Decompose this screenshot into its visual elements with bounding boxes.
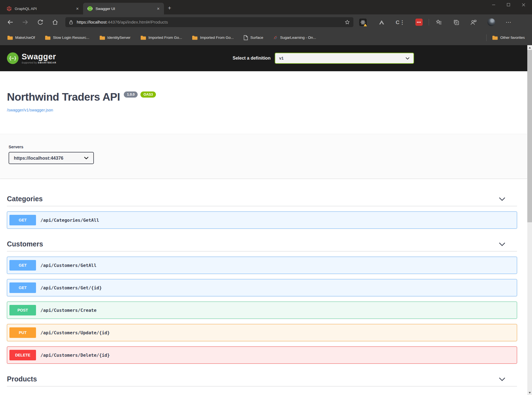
- brand-subtitle: Supported by SMARTBEAR: [22, 61, 56, 64]
- method-badge: GET: [9, 260, 36, 271]
- back-button[interactable]: [6, 18, 14, 26]
- folder-icon: [99, 35, 105, 40]
- bookmark-star-icon[interactable]: [345, 19, 350, 25]
- mountain-extension-icon[interactable]: [378, 18, 385, 26]
- favorites-icon[interactable]: [436, 19, 442, 26]
- swagger-logo[interactable]: {⋯} Swagger Supported by SMARTBEAR: [7, 52, 56, 64]
- tab-swagger-ui[interactable]: {··} Swagger UI ✕: [83, 3, 164, 14]
- endpoint-path: /api/Customers/Delete/{id}: [40, 353, 110, 358]
- new-tab-button[interactable]: +: [168, 5, 171, 11]
- endpoint-row[interactable]: POST /api/Customers/Create: [7, 302, 517, 319]
- method-badge: POST: [9, 305, 36, 315]
- refresh-button[interactable]: [36, 18, 44, 26]
- spec-link[interactable]: /swagger/v1/swagger.json: [7, 108, 53, 112]
- folder-icon: [492, 35, 498, 40]
- page-content: {⋯} Swagger Supported by SMARTBEAR Selec…: [0, 45, 527, 395]
- folder-icon: [192, 35, 197, 40]
- bookmark-item[interactable]: Imported From Go...: [192, 35, 234, 40]
- scrollbar[interactable]: [527, 45, 532, 395]
- address-bar[interactable]: https://localhost:44376/api/index.html#/…: [65, 17, 353, 27]
- section-header: Customers: [7, 237, 517, 251]
- chevron-down-icon[interactable]: [499, 377, 505, 381]
- method-badge: DELETE: [9, 350, 36, 360]
- minimize-button[interactable]: [490, 2, 497, 8]
- more-options-icon[interactable]: ⋯: [506, 19, 512, 26]
- close-icon[interactable]: ✕: [155, 6, 162, 12]
- other-favorites[interactable]: Other favorites: [492, 35, 525, 40]
- red-dots-extension-icon[interactable]: •••: [415, 19, 423, 26]
- person-feedback-icon[interactable]: [470, 19, 477, 26]
- swagger-icon: {··}: [88, 6, 92, 11]
- folder-icon: [7, 35, 13, 40]
- oas3-badge: OAS3: [140, 91, 156, 98]
- endpoint-path: /api/Customers/Get/{id}: [40, 285, 102, 290]
- section-title[interactable]: Categories: [7, 195, 43, 203]
- browser-toolbar: https://localhost:44376/api/index.html#/…: [0, 14, 532, 30]
- forward-button[interactable]: [21, 18, 29, 26]
- endpoint-row[interactable]: DELETE /api/Customers/Delete/{id}: [7, 346, 517, 364]
- bookmark-item[interactable]: Imported From Go...: [140, 35, 182, 40]
- maximize-button[interactable]: [505, 2, 512, 8]
- swagger-topbar: {⋯} Swagger Supported by SMARTBEAR Selec…: [0, 45, 527, 71]
- scrollbar-thumb[interactable]: [527, 50, 532, 222]
- endpoint-list: GET /api/Categories/GetAll: [7, 211, 517, 229]
- toolbar-separator: [429, 19, 429, 26]
- close-icon[interactable]: ✕: [74, 6, 81, 12]
- endpoint-row[interactable]: PUT /api/Customers/Update/{id}: [7, 324, 517, 341]
- page-title: Northwind Traders API: [7, 91, 120, 103]
- c-extension-icon[interactable]: C⋮: [397, 18, 404, 26]
- chevron-down-icon[interactable]: [499, 197, 505, 201]
- endpoint-row[interactable]: GET /api/Categories/GetAll: [7, 211, 517, 229]
- chevron-down-icon: [84, 157, 89, 159]
- scheme-container: Servers https://localhost:44376: [0, 134, 527, 179]
- endpoint-path: /api/Customers/Create: [40, 308, 96, 313]
- endpoint-row[interactable]: GET /api/Customers/GetAll: [7, 257, 517, 274]
- endpoint-list: GET /api/Customers/GetAll GET /api/Custo…: [7, 257, 517, 364]
- chevron-down-icon: [405, 57, 410, 60]
- graphql-icon: [7, 6, 12, 11]
- servers-select[interactable]: https://localhost:44376: [9, 152, 94, 164]
- section-title[interactable]: Products: [7, 375, 37, 383]
- tab-title: GraphQL API: [15, 7, 74, 11]
- url-text: https://localhost:44376/api/index.html#/…: [77, 20, 168, 25]
- servers-label: Servers: [9, 145, 517, 149]
- chevron-down-icon[interactable]: [499, 242, 505, 246]
- bookmark-item[interactable]: Surface: [244, 35, 263, 40]
- collections-icon[interactable]: [453, 19, 459, 26]
- scrollbar-down-button[interactable]: [527, 390, 532, 395]
- api-sections: Categories GET /api/Categories/GetAll Cu…: [0, 179, 527, 386]
- scrollbar-up-button[interactable]: [527, 45, 532, 50]
- home-button[interactable]: [51, 18, 59, 26]
- method-badge: GET: [9, 215, 36, 225]
- bookmark-item[interactable]: Slow Login Resourc...: [45, 35, 89, 40]
- brand-title: Swagger: [22, 52, 56, 61]
- section-header: Products: [7, 372, 517, 386]
- endpoint-row[interactable]: GET /api/Customers/Get/{id}: [7, 279, 517, 296]
- avatar[interactable]: [487, 18, 495, 26]
- version-badge: 1.0.0: [124, 91, 138, 98]
- close-window-button[interactable]: [520, 2, 526, 8]
- folder-icon: [140, 35, 146, 40]
- api-info: Northwind Traders API 1.0.0 OAS3 /swagge…: [0, 71, 527, 113]
- tab-title: Swagger UI: [96, 7, 155, 11]
- definition-select[interactable]: v1: [275, 53, 414, 64]
- api-section: Customers GET /api/Customers/GetAll GET …: [7, 237, 517, 364]
- atom-extension-icon[interactable]: [359, 18, 367, 26]
- page-icon: [244, 35, 248, 40]
- section-header: Categories: [7, 192, 517, 206]
- bookmark-item[interactable]: SugarLearning - On...: [273, 35, 316, 40]
- api-section: Categories GET /api/Categories/GetAll: [7, 192, 517, 229]
- section-title[interactable]: Customers: [7, 240, 43, 248]
- browser-tab-strip: GraphQL API ✕ {··} Swagger UI ✕ +: [0, 0, 532, 14]
- tab-graphql-api[interactable]: GraphQL API ✕: [2, 3, 83, 14]
- api-section: Products: [7, 372, 517, 386]
- method-badge: PUT: [9, 327, 36, 338]
- bookmarks-bar: MakeUseOf Slow Login Resourc... Identity…: [0, 30, 532, 45]
- method-badge: GET: [9, 282, 36, 293]
- lock-icon[interactable]: [69, 20, 73, 25]
- swagger-logo-icon: {⋯}: [7, 52, 19, 64]
- bookmark-item[interactable]: MakeUseOf: [7, 35, 35, 40]
- bookmark-item[interactable]: IdentityServer: [99, 35, 130, 40]
- endpoint-path: /api/Categories/GetAll: [40, 218, 99, 223]
- bookmarks-separator: [486, 34, 487, 41]
